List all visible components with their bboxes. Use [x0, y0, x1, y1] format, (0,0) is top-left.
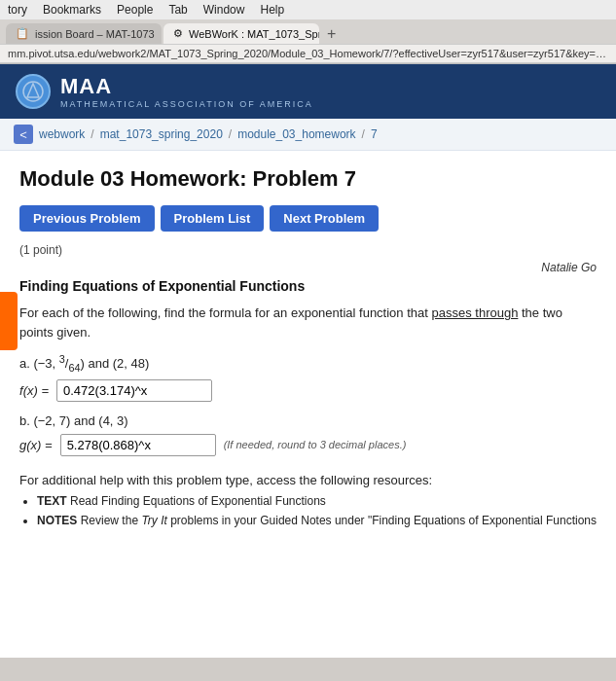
menu-item-tab[interactable]: Tab	[168, 3, 187, 17]
part-b-func-label: g(x) =	[19, 438, 53, 452]
main-content: Module 03 Homework: Problem 7 Previous P…	[0, 151, 616, 547]
menu-item-people[interactable]: People	[117, 3, 153, 17]
part-a-input[interactable]	[56, 379, 212, 402]
part-a-label: a. (−3, 3/64) and (2, 48)	[19, 353, 597, 374]
breadcrumb-course[interactable]: mat_1073_spring_2020	[100, 127, 223, 141]
breadcrumb-bar: < webwork / mat_1073_spring_2020 / modul…	[0, 119, 616, 151]
page-content: MAA MATHEMATICAL ASSOCIATION OF AMERICA …	[0, 64, 616, 658]
section-title: Finding Equations of Exponential Functio…	[19, 278, 597, 294]
tab-label-2: WeBWorK : MAT_1073_Spring	[189, 28, 319, 40]
passes-through-text: passes through	[431, 305, 518, 320]
maa-header: MAA MATHEMATICAL ASSOCIATION OF AMERICA	[0, 64, 616, 119]
menu-bar: tory Bookmarks People Tab Window Help	[0, 0, 616, 19]
problem-list-button[interactable]: Problem List	[161, 205, 265, 232]
maa-title-block: MAA MATHEMATICAL ASSOCIATION OF AMERICA	[60, 74, 313, 109]
resources-intro: For additional help with this problem ty…	[19, 470, 597, 491]
previous-problem-button[interactable]: Previous Problem	[19, 205, 155, 232]
resource-notes-desc: Review the Try It problems in your Guide…	[81, 514, 597, 527]
part-b-hint: (If needed, round to 3 decimal places.)	[224, 439, 407, 450]
tab-label-1: ission Board – MAT-1073	[35, 28, 155, 40]
part-b: b. (−2, 7) and (4, 3) g(x) = (If needed,…	[19, 413, 597, 456]
points-label: (1 point)	[19, 243, 597, 257]
navigation-buttons: Previous Problem Problem List Next Probl…	[19, 205, 597, 232]
sidebar-indicator	[0, 292, 18, 350]
maa-logo-icon	[21, 80, 45, 103]
resources-list: TEXT Read Finding Equations of Exponenti…	[37, 491, 597, 531]
menu-item-bookmarks[interactable]: Bookmarks	[43, 3, 101, 17]
tab-icon-2: ⚙	[173, 27, 183, 40]
menu-item-help[interactable]: Help	[260, 3, 284, 17]
resources-section: For additional help with this problem ty…	[19, 470, 597, 531]
tab-webwork[interactable]: ⚙ WeBWorK : MAT_1073_Spring ✕	[163, 23, 319, 44]
problem-description: For each of the following, find the form…	[19, 304, 597, 341]
part-b-input[interactable]	[60, 434, 216, 456]
part-a-answer-row: f(x) =	[19, 379, 597, 402]
page-title: Module 03 Homework: Problem 7	[19, 166, 597, 192]
browser-chrome: tory Bookmarks People Tab Window Help 📋 …	[0, 0, 616, 64]
breadcrumb-sep-3: /	[362, 127, 365, 141]
breadcrumb-sep-1: /	[91, 127, 93, 141]
maa-logo	[16, 74, 51, 109]
breadcrumb-number[interactable]: 7	[371, 127, 378, 141]
address-bar[interactable]: mm.pivot.utsa.edu/webwork2/MAT_1073_Spri…	[0, 44, 616, 63]
tab-bar: 📋 ission Board – MAT-1073 ✕ ⚙ WeBWorK : …	[0, 19, 616, 44]
resource-notes-label: NOTES	[37, 514, 77, 527]
breadcrumb-sep-2: /	[229, 127, 232, 141]
resource-text-label: TEXT	[37, 494, 67, 508]
menu-item-window[interactable]: Window	[203, 3, 245, 17]
part-a: a. (−3, 3/64) and (2, 48) f(x) =	[19, 353, 597, 402]
resource-item-notes: NOTES Review the Try It problems in your…	[37, 511, 597, 530]
part-b-answer-row: g(x) = (If needed, round to 3 decimal pl…	[19, 434, 597, 456]
part-a-func-label: f(x) =	[19, 383, 49, 398]
page-wrapper: tory Bookmarks People Tab Window Help 📋 …	[0, 0, 616, 658]
tab-mat1073[interactable]: 📋 ission Board – MAT-1073 ✕	[6, 23, 162, 44]
svg-marker-1	[27, 84, 39, 97]
maa-full-name: MATHEMATICAL ASSOCIATION OF AMERICA	[60, 99, 313, 109]
tab-icon-1: 📋	[16, 27, 29, 40]
breadcrumb-back-button[interactable]: <	[14, 125, 33, 144]
maa-acronym: MAA	[60, 74, 313, 99]
part-b-label: b. (−2, 7) and (4, 3)	[19, 413, 597, 428]
tab-add-button[interactable]: +	[321, 25, 342, 43]
resource-text-desc: Read Finding Equations of Exponential Fu…	[70, 494, 326, 508]
menu-item-tory[interactable]: tory	[8, 3, 27, 17]
breadcrumb-webwork[interactable]: webwork	[39, 127, 85, 141]
next-problem-button[interactable]: Next Problem	[270, 205, 379, 232]
breadcrumb-homework[interactable]: module_03_homework	[237, 127, 355, 141]
author-label: Natalie Go	[19, 261, 597, 274]
resource-item-text: TEXT Read Finding Equations of Exponenti…	[37, 491, 597, 511]
